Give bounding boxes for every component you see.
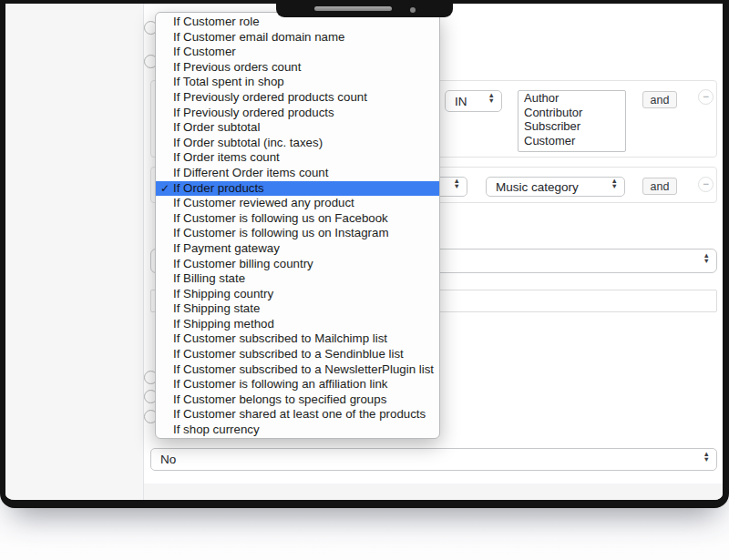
dropdown-option[interactable]: If Customer [156,45,439,60]
multiselect-option[interactable]: Shop Manager [519,148,625,152]
beta-badge: Beta. [9,505,139,508]
dropdown-option[interactable]: If Customer email domain name [156,30,439,46]
dropdown-option[interactable]: If Billing state [156,271,439,287]
laptop-notch [276,0,453,17]
dropdown-option[interactable]: If Order items count [156,150,439,166]
footer-strip [144,484,724,501]
dropdown-option[interactable]: If Different Order items count [156,166,439,181]
dropdown-option[interactable]: If Shipping country [156,287,439,302]
dropdown-option[interactable]: ✓If Order products [156,181,439,197]
dropdown-option[interactable]: If Customer billing country [156,257,439,272]
dropdown-option[interactable]: If Customer subscribed to a Sendinblue l… [156,347,439,362]
multiselect-option[interactable]: Customer [519,134,625,148]
and-condition-button[interactable]: and [642,91,677,108]
remove-rule-button[interactable]: − [698,177,714,192]
dropdown-option[interactable]: If Previous orders count [156,60,439,76]
and-condition-button[interactable]: and [642,178,677,195]
evaluate-select-value: No [160,453,176,466]
dropdown-option[interactable]: If Customer is following us on Facebook [156,211,439,227]
select-stepper-icon: ▲▼ [488,96,495,107]
dropdown-option[interactable]: If Customer subscribed to Mailchimp list [156,331,439,347]
select-stepper-icon: ▲▼ [703,256,710,267]
dropdown-option[interactable]: If Customer is following us on Instagram [156,226,439,241]
app-viewport: Rules groups relationship AND: All group… [0,0,729,508]
evaluate-per-product-select[interactable]: No ▲▼ [150,448,717,471]
dropdown-option[interactable]: If Order subtotal (inc. taxes) [156,136,439,151]
dropdown-option[interactable]: If Customer reviewed any product [156,196,439,211]
dropdown-option[interactable]: If Shipping method [156,317,439,332]
laptop-screen-frame: Rules groups relationship AND: All group… [0,0,729,508]
dropdown-option[interactable]: If Previously ordered products count [156,90,439,106]
speaker-grille-icon [314,6,392,11]
dropdown-option[interactable]: If Previously ordered products [156,106,439,121]
product-category-select[interactable]: Music category ▲▼ [486,177,625,197]
dropdown-option[interactable]: If Payment gateway [156,241,439,257]
dropdown-option[interactable]: If Customer shared at least one of the p… [156,407,439,423]
select-stepper-icon: ▲▼ [611,181,618,192]
dropdown-option[interactable]: If Customer subscribed to a NewsletterPl… [156,362,439,378]
settings-sidebar [5,4,144,500]
select-stepper-icon: ▲▼ [703,454,710,465]
dropdown-option[interactable]: If Customer is following an affiliation … [156,377,439,392]
dropdown-option[interactable]: If Customer belongs to specified groups [156,392,439,408]
operator-select-value: IN [455,95,467,108]
multiselect-option[interactable]: Contributor [519,106,625,120]
multiselect-option[interactable]: Subscriber [519,119,625,134]
dropdown-option[interactable]: If Total spent in shop [156,75,439,90]
select-stepper-icon: ▲▼ [454,181,460,192]
remove-rule-button[interactable]: − [698,89,714,105]
category-select-value: Music category [496,180,579,194]
dropdown-option[interactable]: If shop currency [156,423,439,438]
checkmark-icon: ✓ [160,181,169,197]
rule-type-dropdown[interactable]: If Customer roleIf Customer email domain… [155,12,440,439]
dropdown-option[interactable]: If Order subtotal [156,120,439,136]
multiselect-option[interactable]: Author [519,91,625,106]
dropdown-option[interactable]: If Shipping state [156,301,439,317]
camera-dot-icon [410,7,416,13]
customer-roles-multiselect[interactable]: AuthorContributorSubscriberCustomerShop … [518,90,626,152]
operator-select[interactable]: IN ▲▼ [445,90,502,112]
